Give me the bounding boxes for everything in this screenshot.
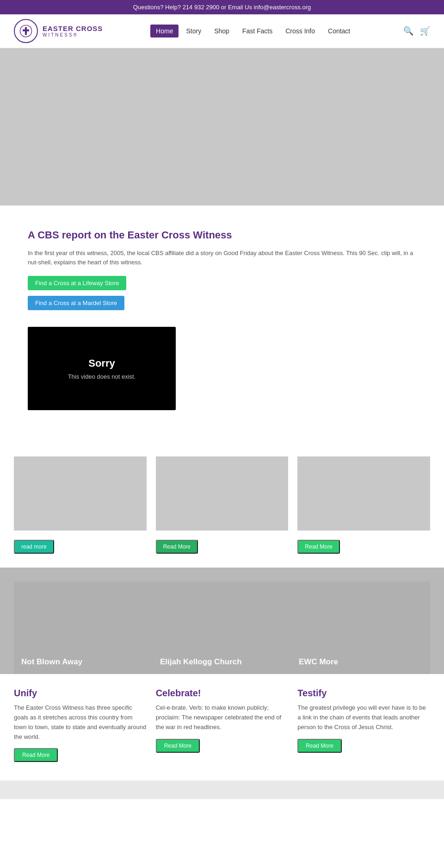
hero-banner (0, 48, 444, 206)
bottom-card-3: Testify The greatest privilege you will … (297, 688, 430, 762)
gray-card-2: Elijah Kellogg Church (153, 581, 291, 674)
main-nav: Home Story Shop Fast Facts Cross Info Co… (150, 25, 356, 37)
gray-section: Not Blown Away Elijah Kellogg Church EWC… (0, 568, 444, 674)
video-message: This video does not exist. (68, 373, 136, 380)
card-image-1 (14, 456, 147, 531)
card-image-2 (156, 456, 289, 531)
gray-card-title-3: EWC More (299, 657, 338, 667)
section-body: In the first year of this witness, 2005,… (28, 249, 416, 268)
card-2-read-more[interactable]: Read More (156, 540, 198, 554)
brand-name: EASTER CROSS (43, 25, 103, 32)
bottom-card-1-read-more[interactable]: Read More (14, 748, 58, 762)
gray-cards-row: Not Blown Away Elijah Kellogg Church EWC… (14, 581, 430, 674)
video-player: Sorry This video does not exist. (28, 327, 176, 410)
header-icons: 🔍 🛒 (403, 26, 430, 36)
bottom-card-title-3: Testify (297, 688, 430, 699)
logo-area: EASTER CROSS WITNESS® (14, 19, 103, 43)
card-1-read-more[interactable]: read more (14, 540, 54, 554)
nav-contact[interactable]: Contact (322, 25, 356, 37)
card-image-3 (297, 456, 430, 531)
mardel-button[interactable]: Find a Cross at a Mardel Store (28, 296, 124, 310)
nav-cross-info[interactable]: Cross Info (280, 25, 321, 37)
search-icon[interactable]: 🔍 (403, 26, 413, 36)
bottom-card-title-2: Celebrate! (156, 688, 289, 699)
gray-card-title-2: Elijah Kellogg Church (160, 657, 242, 667)
bottom-card-text-1: The Easter Cross Witness has three speci… (14, 703, 147, 742)
svg-rect-2 (23, 30, 29, 31)
logo-icon (14, 19, 38, 43)
footer (0, 781, 444, 799)
main-content: A CBS report on the Easter Cross Witness… (0, 206, 444, 429)
bottom-card-text-2: Cel-e-brate. Verb: to make known publicl… (156, 703, 289, 732)
cart-icon[interactable]: 🛒 (420, 26, 430, 36)
gray-card-3: EWC More (291, 581, 430, 674)
top-bar: Questions? Help? 214 932 2900 or Email U… (0, 0, 444, 14)
gray-card-1: Not Blown Away (14, 581, 153, 674)
bottom-cards-row: Unify The Easter Cross Witness has three… (14, 688, 430, 762)
cards-section: read more Read More Read More (0, 429, 444, 568)
section-title: A CBS report on the Easter Cross Witness (28, 229, 416, 242)
cards-row: read more Read More Read More (14, 456, 430, 554)
bottom-card-2: Celebrate! Cel-e-brate. Verb: to make kn… (156, 688, 289, 762)
gray-card-title-1: Not Blown Away (21, 657, 82, 667)
logo-text: EASTER CROSS WITNESS® (43, 25, 103, 37)
card-3-read-more[interactable]: Read More (297, 540, 339, 554)
nav-home[interactable]: Home (150, 25, 179, 37)
bottom-card-text-3: The greatest privilege you will ever hav… (297, 703, 430, 732)
brand-sub: WITNESS® (43, 32, 103, 37)
card-1: read more (14, 456, 147, 554)
bottom-card-title-1: Unify (14, 688, 147, 699)
bottom-card-3-read-more[interactable]: Read More (297, 739, 341, 753)
card-2: Read More (156, 456, 289, 554)
bottom-card-2-read-more[interactable]: Read More (156, 739, 200, 753)
bottom-content: Unify The Easter Cross Witness has three… (0, 674, 444, 781)
buttons-row: Find a Cross at a Lifeway Store Find a C… (28, 276, 416, 318)
nav-fast-facts[interactable]: Fast Facts (237, 25, 278, 37)
bottom-card-1: Unify The Easter Cross Witness has three… (14, 688, 147, 762)
card-3: Read More (297, 456, 430, 554)
nav-story[interactable]: Story (180, 25, 207, 37)
header: EASTER CROSS WITNESS® Home Story Shop Fa… (0, 14, 444, 48)
top-bar-text: Questions? Help? 214 932 2900 or Email U… (133, 4, 311, 11)
video-sorry-text: Sorry (88, 357, 115, 369)
lifeway-button[interactable]: Find a Cross at a Lifeway Store (28, 276, 126, 290)
nav-shop[interactable]: Shop (209, 25, 235, 37)
